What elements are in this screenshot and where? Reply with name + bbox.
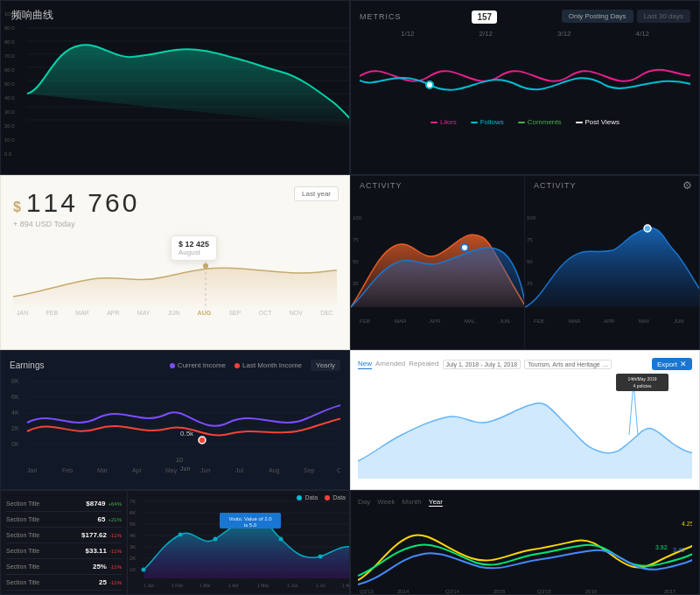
svg-text:100: 100 [527,215,536,220]
svg-text:4 policies: 4 policies [634,383,652,388]
section-row-5: Section Title 25% -11% [6,559,122,575]
svg-point-87 [214,537,218,542]
metrics-btn-group: Only Posting Days Last 30 days [562,10,690,23]
tab-day[interactable]: Day [358,498,370,507]
section-list: Section Title $8749 +64% Section Title 6… [1,491,128,594]
svg-text:Apr: Apr [132,467,143,474]
svg-text:2K: 2K [11,425,19,431]
revenue-panel: $ 114 760 + 894 USD Today Last year $ 12… [0,175,350,350]
tourism-chart-svg: 14th/May 2019 4 policies Jun 2016 Aug 20… [358,374,692,483]
metrics-header: METRICS Only Posting Days Last 30 days [360,10,690,23]
activity-panel-2: ACTIVITY ⚙ 100 75 50 25 [525,176,699,349]
svg-text:1 Aug: 1 Aug [342,583,349,588]
activity-title-1: ACTIVITY [360,181,402,190]
yearly-btn[interactable]: Yearly [311,360,340,371]
cabinet-dropdown[interactable]: Tourism, Arts and Heritage Cabinet [524,360,612,369]
svg-text:50: 50 [527,259,533,264]
svg-text:1 Apr: 1 Apr [228,583,239,588]
section-list-panel: Section Title $8749 +64% Section Title 6… [0,490,350,595]
svg-text:4K: 4K [11,410,19,416]
svg-text:8K: 8K [11,378,19,384]
metrics-legend: Likes Follows Comments Post Views [360,115,690,130]
earnings-chart-svg: 8K 6K 4K 2K 0K 0.5k 10 Jun Jan Feb [10,374,340,475]
svg-text:Jan: Jan [27,467,37,473]
svg-text:MAL: MAL [465,318,476,324]
tourism-panel: New Amended Repealed July 1, 2018 - July… [350,350,700,490]
frequency-chart-svg: 20Hz 100Hz 1kHz 10kHz 20kHz [1,1,349,174]
tab-repealed[interactable]: Repealed [409,360,438,369]
svg-text:APR: APR [604,318,615,324]
section-row-3: Section Title $177.62 -11% [6,528,122,543]
svg-text:20Hz: 20Hz [36,157,51,163]
revenue-header: $ 114 760 [13,188,337,218]
svg-text:Jul: Jul [235,467,243,473]
svg-text:Visits: Value of 2.0: Visits: Value of 2.0 [228,516,272,522]
svg-text:Feb: Feb [62,467,73,473]
svg-text:May: May [165,467,178,474]
svg-text:50: 50 [353,259,359,264]
metrics-tooltip: 157 [472,10,497,24]
activity-panel-1: ACTIVITY [351,176,525,349]
section-row-6: Section Title 25 -11% [6,575,122,591]
tab-week[interactable]: Week [377,498,395,507]
svg-point-89 [279,537,284,542]
activity-double-panel: ACTIVITY [350,175,700,350]
date-label-2: 2/12 157 [479,30,493,38]
svg-text:Jun: Jun [180,466,190,472]
svg-text:100Hz: 100Hz [97,157,116,163]
svg-text:25: 25 [527,281,533,286]
svg-point-90 [318,555,323,559]
export-btn[interactable]: Export ✕ [652,358,692,370]
currency-symbol: $ [13,200,21,215]
date-label-3: 3/12 [557,30,571,38]
tab-year[interactable]: Year [429,498,443,507]
svg-text:3.92: 3.92 [655,544,668,550]
svg-text:2K: 2K [130,556,136,561]
tab-amended[interactable]: Amended [375,360,405,369]
svg-text:75: 75 [527,237,533,242]
last-30-days-btn[interactable]: Last 30 days [637,10,690,23]
section-area-chart-svg: 7K 6K 5K 4K 3K 2K 1K [128,491,349,594]
svg-text:2017: 2017 [664,589,676,594]
svg-text:Q3'13: Q3'13 [360,589,374,594]
svg-text:100: 100 [353,215,362,220]
svg-text:1 Jul: 1 Jul [316,583,326,588]
export-icon: ✕ [680,360,687,368]
svg-text:3K: 3K [130,544,136,550]
date-range-filter[interactable]: July 1, 2018 - July 1, 2018 [443,360,522,369]
section-row-1: Section Title $8749 +64% [6,496,122,512]
svg-point-46 [199,437,206,444]
svg-point-85 [142,568,146,572]
date-label-4: 4/12 [635,30,649,38]
tab-new[interactable]: New [358,360,372,369]
svg-text:6K: 6K [130,510,136,515]
svg-text:MAR: MAR [395,318,407,324]
svg-text:75: 75 [353,237,359,242]
activity-title-2: ACTIVITY [534,181,577,190]
svg-text:1K: 1K [130,567,136,572]
svg-text:1 Jan: 1 Jan [144,583,154,588]
svg-text:MAY: MAY [639,318,650,324]
svg-text:Oct: Oct [337,467,340,473]
svg-point-26 [644,225,651,232]
year-filter-btn[interactable]: Last year [294,186,339,201]
section-row-2: Section Title 65 +21% [6,512,122,528]
svg-text:2016: 2016 [585,589,598,594]
svg-text:3.40: 3.40 [673,547,685,553]
svg-text:Sep: Sep [304,467,315,474]
svg-text:14th/May 2019: 14th/May 2019 [627,376,656,382]
activity-chart-1-svg: 100 75 50 25 FEB MAR APR MAL JUN [351,176,524,349]
only-posting-days-btn[interactable]: Only Posting Days [562,10,634,23]
svg-text:10: 10 [176,457,183,463]
svg-text:MAR: MAR [569,318,581,324]
revenue-amount: 114 760 [26,188,139,218]
metrics-panel: METRICS Only Posting Days Last 30 days 1… [350,0,700,175]
tab-month[interactable]: Month [402,498,422,507]
svg-text:APR: APR [430,318,441,324]
settings-icon-2[interactable]: ⚙ [682,179,692,192]
svg-text:Jun: Jun [200,467,210,473]
svg-text:FEB: FEB [534,318,544,324]
svg-text:is 5.0: is 5.0 [244,522,257,528]
svg-text:0.5k: 0.5k [180,430,194,438]
earnings-panel: Earnings Current Income Last Month Incom… [0,350,350,490]
